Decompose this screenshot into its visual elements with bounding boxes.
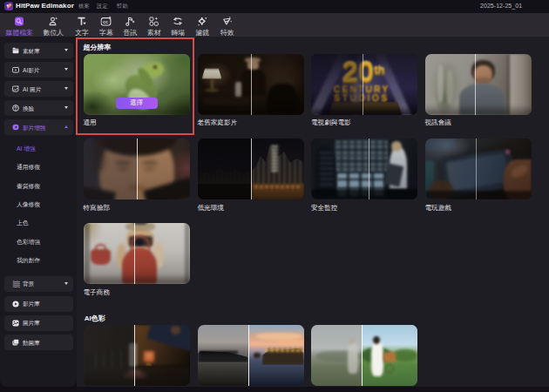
- svg-text:cc: cc: [103, 19, 108, 24]
